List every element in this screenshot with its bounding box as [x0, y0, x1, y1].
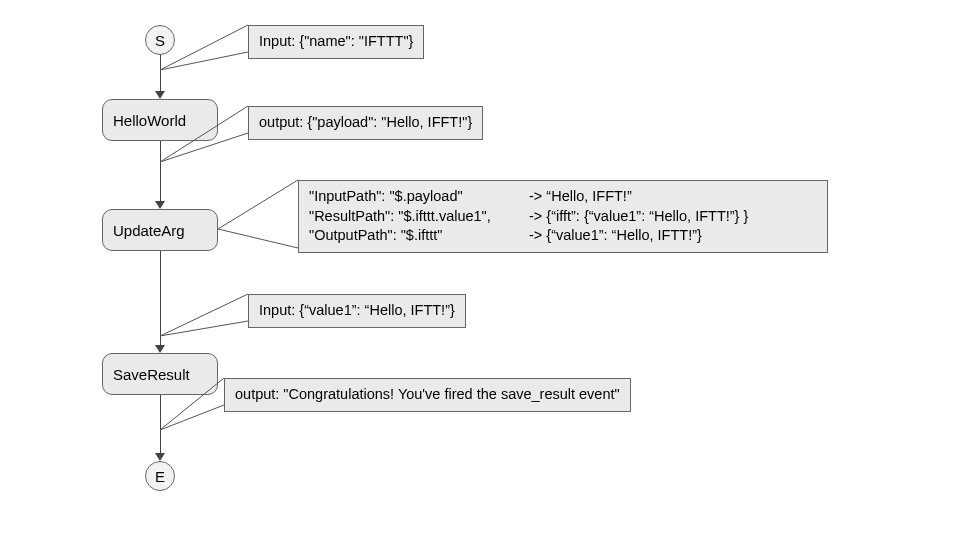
- end-node-label: E: [155, 468, 165, 485]
- arrow-hello-to-update: [160, 141, 161, 203]
- step-helloworld: HelloWorld: [102, 99, 218, 141]
- step-updatearg: UpdateArg: [102, 209, 218, 251]
- callout-output-2-text: output: "Congratulations! You've fired t…: [235, 386, 620, 402]
- update-outputpath-key: "OutputPath": "$.ifttt": [309, 226, 529, 246]
- callout-output-1: output: {"payload": "Hello, IFFT!"}: [248, 106, 483, 140]
- step-saveresult-label: SaveResult: [113, 366, 190, 383]
- update-inputpath-key: "InputPath": "$.payload": [309, 187, 529, 207]
- arrowhead-1: [155, 91, 165, 99]
- start-node: S: [145, 25, 175, 55]
- lead-input-1: [0, 0, 960, 540]
- callout-input-2: Input: {“value1”: “Hello, IFTT!”}: [248, 294, 466, 328]
- callout-output-2: output: "Congratulations! You've fired t…: [224, 378, 631, 412]
- callout-updatearg-paths: "InputPath": "$.payload"-> “Hello, IFFT!…: [298, 180, 828, 253]
- callout-input-1-text: Input: {"name": "IFTTT"}: [259, 33, 413, 49]
- callout-output-1-text: output: {"payload": "Hello, IFFT!"}: [259, 114, 472, 130]
- arrow-update-to-save: [160, 251, 161, 347]
- arrow-save-to-end: [160, 395, 161, 455]
- arrowhead-4: [155, 453, 165, 461]
- arrowhead-2: [155, 201, 165, 209]
- end-node: E: [145, 461, 175, 491]
- step-saveresult: SaveResult: [102, 353, 218, 395]
- update-resultpath-key: "ResultPath": "$.ifttt.value1",: [309, 207, 529, 227]
- start-node-label: S: [155, 32, 165, 49]
- lead-input-2: [0, 0, 960, 540]
- callout-input-1: Input: {"name": "IFTTT"}: [248, 25, 424, 59]
- update-inputpath-val: -> “Hello, IFFT!”: [529, 188, 632, 204]
- arrowhead-3: [155, 345, 165, 353]
- arrow-s-to-hello: [160, 55, 161, 93]
- step-updatearg-label: UpdateArg: [113, 222, 185, 239]
- step-helloworld-label: HelloWorld: [113, 112, 186, 129]
- update-outputpath-val: -> {“value1”: “Hello, IFTT!”}: [529, 227, 702, 243]
- callout-input-2-text: Input: {“value1”: “Hello, IFTT!”}: [259, 302, 455, 318]
- lead-output-2: [0, 0, 960, 540]
- lead-output-1: [0, 0, 960, 540]
- lead-updatearg: [0, 0, 960, 540]
- update-resultpath-val: -> {“ifft”: {“value1”: “Hello, IFTT!”} }: [529, 208, 748, 224]
